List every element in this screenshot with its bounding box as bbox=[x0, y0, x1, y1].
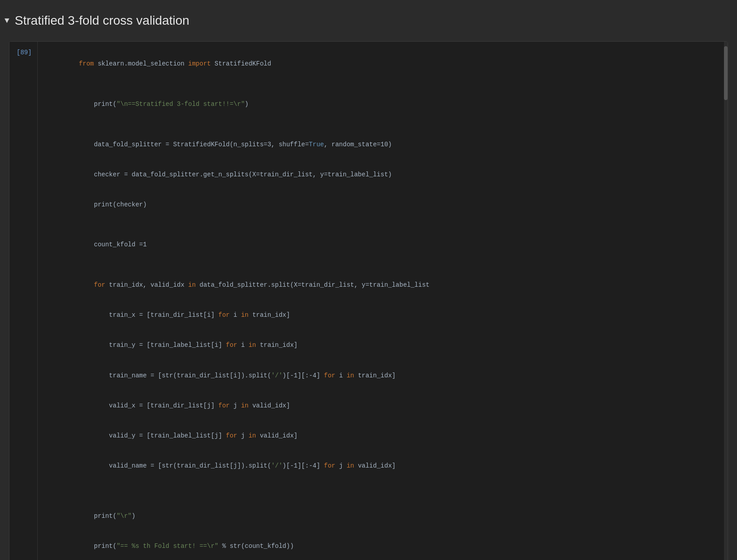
code-line-blank-6 bbox=[41, 491, 717, 501]
notebook-cell: [89] from sklearn.model_selection import… bbox=[9, 41, 728, 560]
code-content[interactable]: from sklearn.model_selection import Stra… bbox=[37, 42, 724, 560]
code-line-count-kfold: count_kfold =1 bbox=[41, 230, 717, 260]
code-line-valid-x: valid_x = [train_dir_list[j] for j in va… bbox=[41, 390, 717, 420]
code-line-blank-3 bbox=[41, 220, 717, 230]
section-header: ▼ Stratified 3-fold cross validation bbox=[0, 9, 737, 37]
code-line-print-checker: print(checker) bbox=[41, 189, 717, 219]
code-line-1: from sklearn.model_selection import Stra… bbox=[41, 49, 717, 79]
code-line-print-fold: print("== %s th Fold start! ==\r" % str(… bbox=[41, 531, 717, 560]
scrollbar[interactable] bbox=[724, 42, 728, 560]
code-line-print-r: print("\r") bbox=[41, 501, 717, 531]
cell-number: [89] bbox=[9, 42, 37, 560]
code-line-train-y: train_y = [train_label_list[i] for i in … bbox=[41, 330, 717, 360]
section-title: Stratified 3-fold cross validation bbox=[15, 13, 189, 28]
code-line-valid-name: valid_name = [str(train_dir_list[j]).spl… bbox=[41, 451, 717, 481]
code-cell-89: [89] from sklearn.model_selection import… bbox=[9, 42, 728, 560]
page-container: ▼ Stratified 3-fold cross validation [89… bbox=[0, 0, 737, 560]
code-line-checker: checker = data_fold_splitter.get_n_split… bbox=[41, 159, 717, 189]
code-line-train-name: train_name = [str(train_dir_list[i]).spl… bbox=[41, 360, 717, 390]
code-line-train-x: train_x = [train_dir_list[i] for i in tr… bbox=[41, 300, 717, 330]
code-line-splitter: data_fold_splitter = StratifiedKFold(n_s… bbox=[41, 129, 717, 159]
scrollbar-thumb[interactable] bbox=[724, 46, 728, 100]
code-line-blank-2 bbox=[41, 119, 717, 129]
code-line-valid-y: valid_y = [train_label_list[j] for j in … bbox=[41, 420, 717, 451]
code-line-blank-4 bbox=[41, 260, 717, 270]
code-line-blank-5 bbox=[41, 481, 717, 491]
code-line-print1: print("\n==Stratified 3-fold start!!=\r"… bbox=[41, 89, 717, 119]
code-line-for: for train_idx, valid_idx in data_fold_sp… bbox=[41, 270, 717, 300]
chevron-icon[interactable]: ▼ bbox=[4, 16, 9, 25]
code-line-blank-1 bbox=[41, 79, 717, 89]
